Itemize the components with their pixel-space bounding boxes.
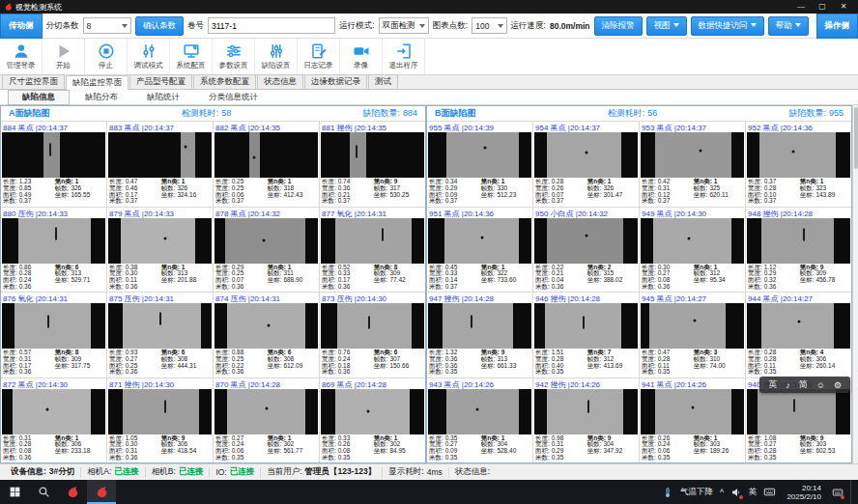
defect-cell[interactable]: 869 黑点 |20:14:28 长度: 0.33 宽度: 0.26 面积: 0… [320,378,425,463]
tab-sub-1[interactable]: 缺陷分布 [72,91,131,104]
defect-image[interactable] [321,389,424,434]
action-stop-button[interactable]: 停止 [85,39,128,74]
defect-cell[interactable]: 872 黑点 |20:14:30 长度: 0.31 宽度: 0.28 面积: 0… [1,378,106,463]
defect-cell[interactable]: 947 挫伤 |20:14:28 长度: 1.32 宽度: 0.36 面积: 0… [427,293,532,378]
defect-image[interactable] [428,218,531,264]
defect-image[interactable] [108,389,212,434]
action-user-button[interactable]: 管理登录 [0,39,43,74]
defect-image[interactable] [108,218,212,264]
tray-chevron-up[interactable]: ^ [720,488,724,497]
operator-side-button[interactable]: 操作侧 [816,14,858,39]
defect-image[interactable] [747,303,850,349]
defect-cell[interactable]: 883 黑点 |20:14:37 长度: 0.47 宽度: 0.46 面积: 0… [107,122,213,207]
action-sliders-button[interactable]: 参数设置 [213,39,255,74]
defect-image[interactable] [747,132,850,178]
taskbar-search-button[interactable] [29,480,58,504]
defect-cell[interactable]: 948 挫伤 |20:14:28 长度: 1.12 宽度: 0.29 面积: 0… [746,208,851,293]
defect-image[interactable] [534,132,638,178]
maximize-button[interactable]: ▢ [812,0,833,14]
taskbar-app-2-active[interactable] [87,480,116,504]
defect-image[interactable] [2,132,105,178]
defect-cell[interactable]: 949 黑点 |20:14:30 长度: 0.30 宽度: 0.27 面积: 0… [640,208,745,293]
show-desktop-button[interactable] [850,480,854,504]
defect-cell[interactable]: 876 氧化 |20:14:31 长度: 0.57 宽度: 0.31 面积: 0… [1,293,106,378]
roll-number-input[interactable] [208,17,335,34]
defect-image[interactable] [641,218,744,264]
defect-cell[interactable]: 870 黑点 |20:14:28 长度: 0.27 宽度: 0.24 面积: 0… [214,378,319,463]
defect-image[interactable] [534,389,638,434]
action-exit-button[interactable]: 退出程序 [383,39,425,74]
defect-image[interactable] [534,303,638,349]
volume-icon[interactable] [730,487,742,498]
ime-floating-bar[interactable]: 英♪简☺⚙ [759,377,850,393]
defect-image[interactable] [214,132,318,178]
help-menu-button[interactable]: 帮助 [768,16,809,36]
tab-sub-2[interactable]: 缺陷统计 [133,91,193,104]
defect-image[interactable] [428,132,531,178]
defect-image[interactable] [214,389,318,434]
defect-image[interactable] [108,132,212,178]
defect-cell[interactable]: 881 挫伤 |20:14:35 长度: 0.74 宽度: 0.36 面积: 0… [320,122,425,207]
defect-cell[interactable]: 878 黑点 |20:14:32 长度: 0.29 宽度: 0.25 面积: 0… [214,208,319,293]
keyboard-icon[interactable] [763,486,776,498]
defect-image[interactable] [2,218,105,264]
defect-image[interactable] [534,218,638,264]
tab-main-4[interactable]: 状态信息 [257,74,303,89]
chart-points-select[interactable]: 100 [472,17,506,34]
defect-cell[interactable]: 945 黑点 |20:14:27 长度: 0.47 宽度: 0.28 面积: 0… [640,293,745,378]
start-button[interactable] [0,480,29,504]
defect-image[interactable] [428,389,531,434]
defect-cell[interactable]: 873 压伤 |20:14:30 长度: 0.76 宽度: 0.24 面积: 0… [320,293,425,378]
ime-item-1[interactable]: ♪ [786,380,790,390]
view-menu-button[interactable]: 视图 [646,16,687,36]
defect-image[interactable] [321,218,424,264]
taskbar-app-1[interactable] [58,480,87,504]
defect-image[interactable] [321,303,424,349]
defect-image[interactable] [2,389,105,434]
defect-image[interactable] [641,132,744,178]
tab-main-2[interactable]: 产品型号配置 [129,74,192,89]
defect-cell[interactable]: 880 压伤 |20:14:33 长度: 0.86 宽度: 0.28 面积: 0… [1,208,106,293]
defect-cell[interactable]: 941 黑点 |20:14:26 长度: 0.26 宽度: 0.24 面积: 0… [640,378,745,463]
defect-cell[interactable]: 954 黑点 |20:14:37 长度: 0.28 宽度: 0.26 面积: 0… [533,122,639,207]
defect-cell[interactable]: 943 黑点 |20:14:26 长度: 0.35 宽度: 0.27 面积: 0… [427,378,532,463]
tab-main-1[interactable]: 缺陷监控界面 [66,75,129,90]
drive-side-button[interactable]: 传动侧 [0,14,43,39]
tab-main-3[interactable]: 系统参数配置 [193,74,256,89]
ime-item-3[interactable]: ☺ [816,380,825,390]
defect-cell[interactable]: 942 挫伤 |20:14:26 长度: 0.98 宽度: 0.31 面积: 0… [533,378,639,463]
clear-alarm-button[interactable]: 清除报警 [594,16,643,36]
defect-cell[interactable]: 875 压伤 |20:14:31 长度: 0.93 宽度: 0.27 面积: 0… [107,293,213,378]
defect-cell[interactable]: 874 压伤 |20:14:31 长度: 0.88 宽度: 0.25 面积: 0… [214,293,319,378]
action-levels-button[interactable]: 缺陷设置 [255,39,298,74]
defect-image[interactable] [641,303,744,349]
ime-language-indicator[interactable]: 英 [749,487,758,498]
ime-item-2[interactable]: 简 [799,378,808,391]
defect-image[interactable] [2,303,105,349]
tab-main-5[interactable]: 边缘数据记录 [304,74,367,89]
defect-image[interactable] [428,303,531,349]
action-tune-button[interactable]: 调试模式 [128,39,170,74]
tab-sub-3[interactable]: 分类信息统计 [195,91,272,104]
defect-cell[interactable]: 953 黑点 |20:14:37 长度: 0.42 宽度: 0.31 面积: 0… [640,122,745,207]
defect-image[interactable] [214,303,318,349]
tab-sub-0[interactable]: 缺陷信息 [8,90,70,105]
weather-text[interactable]: 气温下降 [680,487,713,498]
defect-cell[interactable]: 882 黑点 |20:14:35 长度: 0.25 宽度: 0.25 面积: 0… [214,122,319,207]
defect-cell[interactable]: 955 黑点 |20:14:39 长度: 0.34 宽度: 0.29 面积: 0… [427,122,532,207]
tab-main-6[interactable]: 测试 [368,74,398,89]
tab-main-0[interactable]: 尺寸监控界面 [2,74,65,89]
defect-image[interactable] [214,218,318,264]
defect-cell[interactable]: 871 挫伤 |20:14:30 长度: 1.05 宽度: 0.30 面积: 0… [107,378,213,463]
action-center-icon[interactable] [832,487,844,498]
defect-image[interactable] [747,218,850,264]
defect-cell[interactable]: 950 小白点 |20:14:32 长度: 0.22 宽度: 0.21 面积: … [533,208,639,293]
action-monitor-button[interactable]: 系统配置 [170,39,213,74]
defect-cell[interactable]: 877 氧化 |20:14:31 长度: 0.52 宽度: 0.33 面积: 0… [320,208,425,293]
action-camera-button[interactable]: 录像 [340,39,383,74]
defect-cell[interactable]: 879 黑点 |20:14:33 长度: 0.38 宽度: 0.30 面积: 0… [107,208,213,293]
minimize-button[interactable]: — [790,0,812,14]
confirm-count-button[interactable]: 确认条数 [135,16,184,36]
ime-item-0[interactable]: 英 [768,378,777,391]
ime-item-4[interactable]: ⚙ [834,380,842,390]
